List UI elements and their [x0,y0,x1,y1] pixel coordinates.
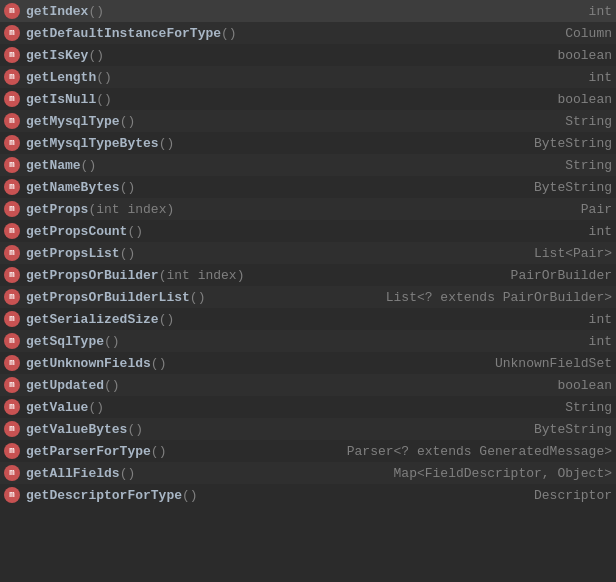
method-name: getMysqlTypeBytes() [26,136,174,151]
method-name: getLength() [26,70,112,85]
return-type: int [581,4,612,19]
method-name: getDescriptorForType() [26,488,198,503]
return-type: int [581,334,612,349]
method-name: getPropsList() [26,246,135,261]
return-type: ByteString [526,180,612,195]
method-name: getUnknownFields() [26,356,166,371]
method-icon: m [4,223,20,239]
list-item[interactable]: mgetPropsCount()int [0,220,616,242]
return-type: ByteString [526,422,612,437]
method-name: getPropsOrBuilder(int index) [26,268,244,283]
return-type: PairOrBuilder [503,268,612,283]
method-icon: m [4,421,20,437]
return-type: Column [557,26,612,41]
method-name: getValue() [26,400,104,415]
return-type: int [581,312,612,327]
list-item[interactable]: mgetAllFields()Map<FieldDescriptor, Obje… [0,462,616,484]
return-type: Pair [573,202,612,217]
method-name: getSqlType() [26,334,120,349]
method-icon: m [4,201,20,217]
method-icon: m [4,157,20,173]
method-icon: m [4,69,20,85]
method-icon: m [4,399,20,415]
list-item[interactable]: mgetSerializedSize()int [0,308,616,330]
method-name: getUpdated() [26,378,120,393]
list-item[interactable]: mgetUpdated()boolean [0,374,616,396]
return-type: int [581,224,612,239]
list-item[interactable]: mgetValue()String [0,396,616,418]
method-name: getDefaultInstanceForType() [26,26,237,41]
method-icon: m [4,443,20,459]
list-item[interactable]: mgetIndex()int [0,0,616,22]
method-name: getIsNull() [26,92,112,107]
method-icon: m [4,289,20,305]
return-type: boolean [549,378,612,393]
method-name: getAllFields() [26,466,135,481]
return-type: List<? extends PairOrBuilder> [378,290,612,305]
list-item[interactable]: mgetName()String [0,154,616,176]
return-type: boolean [549,92,612,107]
method-name: getName() [26,158,96,173]
list-item[interactable]: mgetMysqlTypeBytes()ByteString [0,132,616,154]
list-item[interactable]: mgetPropsList()List<Pair> [0,242,616,264]
method-icon: m [4,91,20,107]
method-icon: m [4,3,20,19]
method-name: getIsKey() [26,48,104,63]
return-type: Map<FieldDescriptor, Object> [386,466,612,481]
list-item[interactable]: mgetSqlType()int [0,330,616,352]
list-item[interactable]: mgetLength()int [0,66,616,88]
list-item[interactable]: mgetDefaultInstanceForType()Column [0,22,616,44]
method-list: mgetIndex()intmgetDefaultInstanceForType… [0,0,616,506]
return-type: Descriptor [526,488,612,503]
method-name: getParserForType() [26,444,166,459]
method-icon: m [4,113,20,129]
method-name: getPropsOrBuilderList() [26,290,205,305]
method-name: getMysqlType() [26,114,135,129]
method-name: getProps(int index) [26,202,174,217]
method-icon: m [4,355,20,371]
return-type: String [557,158,612,173]
method-name: getIndex() [26,4,104,19]
return-type: String [557,114,612,129]
return-type: UnknownFieldSet [487,356,612,371]
method-icon: m [4,47,20,63]
method-icon: m [4,135,20,151]
method-icon: m [4,487,20,503]
list-item[interactable]: mgetProps(int index)Pair [0,198,616,220]
method-name: getNameBytes() [26,180,135,195]
list-item[interactable]: mgetParserForType()Parser<? extends Gene… [0,440,616,462]
list-item[interactable]: mgetUnknownFields()UnknownFieldSet [0,352,616,374]
return-type: int [581,70,612,85]
method-icon: m [4,25,20,41]
return-type: Parser<? extends GeneratedMessage> [339,444,612,459]
method-name: getValueBytes() [26,422,143,437]
method-icon: m [4,311,20,327]
list-item[interactable]: mgetIsKey()boolean [0,44,616,66]
return-type: List<Pair> [526,246,612,261]
list-item[interactable]: mgetPropsOrBuilderList()List<? extends P… [0,286,616,308]
list-item[interactable]: mgetNameBytes()ByteString [0,176,616,198]
list-item[interactable]: mgetMysqlType()String [0,110,616,132]
list-item[interactable]: mgetPropsOrBuilder(int index)PairOrBuild… [0,264,616,286]
method-icon: m [4,333,20,349]
return-type: String [557,400,612,415]
method-icon: m [4,179,20,195]
list-item[interactable]: mgetValueBytes()ByteString [0,418,616,440]
return-type: ByteString [526,136,612,151]
method-icon: m [4,465,20,481]
list-item[interactable]: mgetDescriptorForType()Descriptor [0,484,616,506]
method-icon: m [4,377,20,393]
method-icon: m [4,245,20,261]
list-item[interactable]: mgetIsNull()boolean [0,88,616,110]
method-name: getSerializedSize() [26,312,174,327]
method-name: getPropsCount() [26,224,143,239]
method-icon: m [4,267,20,283]
return-type: boolean [549,48,612,63]
